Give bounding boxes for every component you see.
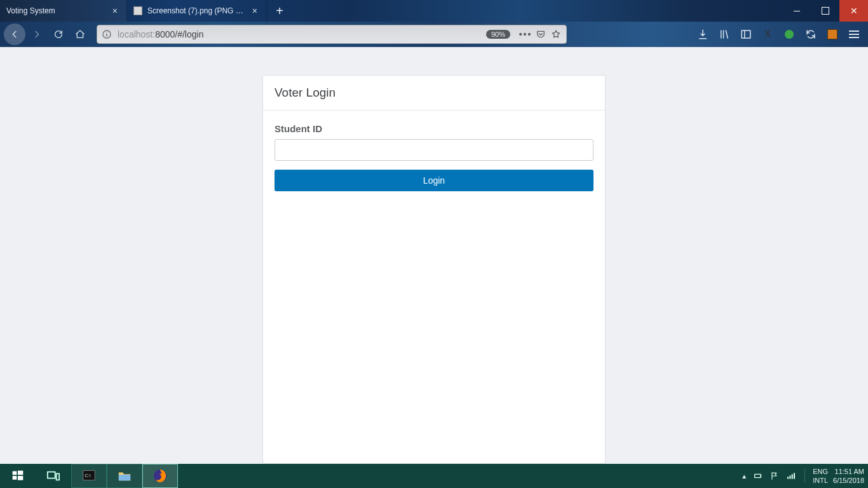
tab-close-icon[interactable]: × (250, 6, 260, 16)
tray-lang-primary: ENG (813, 467, 828, 476)
svg-text:C:\: C:\ (85, 473, 92, 478)
tray-lang-secondary: INTL (813, 476, 828, 485)
svg-rect-12 (755, 474, 761, 477)
toolbar-extensions: X (694, 25, 863, 43)
student-id-label: Student ID (275, 123, 593, 134)
svg-rect-15 (790, 475, 791, 478)
system-tray: ▲ ENG INTL 11:51 AM 6/15/2018 (741, 467, 868, 485)
svg-rect-3 (18, 471, 23, 475)
extension-green-dot-icon[interactable] (780, 25, 798, 43)
window-close-button[interactable] (839, 0, 868, 22)
tab-label: Voting System (6, 6, 105, 15)
nav-reload-button[interactable] (48, 24, 69, 44)
bookmark-star-icon[interactable] (550, 28, 562, 41)
login-card-title: Voter Login (263, 76, 605, 111)
svg-rect-1 (742, 30, 750, 38)
sidebar-icon[interactable] (737, 25, 755, 43)
tray-date: 6/15/2018 (833, 476, 864, 485)
tray-flag-icon[interactable] (769, 470, 780, 482)
student-id-input[interactable] (275, 139, 593, 161)
extension-orange-box-icon[interactable] (824, 25, 841, 43)
library-icon[interactable] (715, 25, 733, 43)
url-host-dim: localhost: (118, 29, 155, 39)
start-button[interactable] (0, 464, 36, 488)
nav-forward-button[interactable] (27, 24, 47, 44)
browser-toolbar: localhost: 8000/#/login 90% X (0, 22, 868, 47)
nav-back-button[interactable] (4, 24, 25, 45)
svg-rect-16 (792, 474, 793, 478)
windows-taskbar: C:\ ▲ ENG INTL 11:51 AM 6/15/2018 (0, 464, 868, 488)
extension-refresh-icon[interactable] (802, 25, 820, 43)
nav-home-button[interactable] (70, 24, 90, 44)
tray-overflow-icon[interactable]: ▲ (741, 473, 747, 480)
taskbar-app-explorer[interactable] (107, 464, 142, 488)
svg-rect-6 (48, 472, 55, 478)
window-minimize-button[interactable] (782, 0, 811, 22)
browser-tab-strip: Voting System × Screenshot (7).png (PNG … (0, 0, 868, 22)
tray-clock[interactable]: 11:51 AM 6/15/2018 (833, 467, 864, 485)
tray-time: 11:51 AM (835, 467, 864, 476)
tab-favicon-icon (133, 6, 142, 15)
taskbar-app-cmd[interactable]: C:\ (71, 464, 107, 488)
svg-rect-13 (761, 475, 761, 477)
app-menu-button[interactable] (845, 25, 863, 43)
tray-language[interactable]: ENG INTL (813, 467, 828, 485)
tray-power-icon[interactable] (752, 470, 764, 482)
pocket-icon[interactable] (534, 28, 547, 41)
page-actions-icon[interactable] (519, 28, 532, 41)
svg-rect-5 (18, 476, 23, 480)
tray-network-icon[interactable] (785, 470, 797, 482)
hamburger-icon (849, 30, 859, 38)
window-maximize-button[interactable] (811, 0, 839, 22)
browser-tab-voting-system[interactable]: Voting System × (0, 0, 127, 22)
zoom-level-badge[interactable]: 90% (486, 30, 510, 39)
browser-tab-screenshot[interactable]: Screenshot (7).png (PNG Imag × (127, 0, 267, 22)
tab-label: Screenshot (7).png (PNG Imag (147, 6, 245, 15)
site-identity-icon[interactable] (101, 29, 112, 40)
svg-rect-10 (119, 475, 130, 480)
svg-rect-2 (13, 471, 17, 475)
taskbar-app-firefox[interactable] (142, 464, 178, 488)
svg-rect-7 (57, 473, 60, 480)
url-bar[interactable]: localhost: 8000/#/login 90% (97, 25, 567, 44)
extension-x-icon[interactable]: X (759, 25, 776, 43)
task-view-button[interactable] (36, 464, 71, 488)
login-card: Voter Login Student ID Login (262, 75, 606, 464)
new-tab-button[interactable]: + (267, 0, 292, 22)
svg-rect-17 (794, 473, 795, 478)
tab-close-icon[interactable]: × (110, 6, 120, 16)
downloads-icon[interactable] (694, 25, 712, 43)
page-content: Voter Login Student ID Login (0, 47, 868, 464)
svg-rect-4 (13, 476, 17, 480)
window-controls (782, 0, 868, 22)
login-button[interactable]: Login (275, 170, 593, 191)
svg-rect-14 (787, 477, 789, 478)
url-path: 8000/#/login (155, 29, 203, 39)
